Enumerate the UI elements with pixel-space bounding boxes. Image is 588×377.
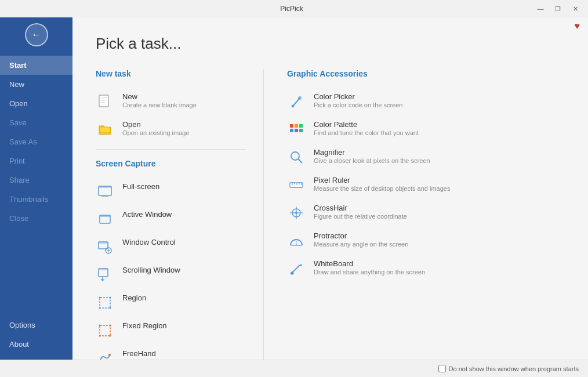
graphic-accessories-title: Graphic Accessories (287, 69, 565, 78)
freehand-icon (96, 349, 114, 360)
task-crosshair[interactable]: CrossHair Figure out the relative coordi… (287, 199, 565, 227)
fixed-region-icon (96, 321, 114, 340)
color-picker-icon (287, 92, 306, 111)
task-active-window[interactable]: Active Window (96, 205, 246, 233)
svg-point-26 (110, 335, 111, 337)
protractor-icon (287, 231, 306, 250)
svg-rect-32 (290, 124, 293, 128)
task-color-palette[interactable]: Color Palette Find and tune the color th… (287, 115, 565, 143)
task-new-image[interactable]: New Create a new blank image (96, 88, 246, 115)
task-pixel-ruler[interactable]: Pixel Ruler Measure the size of desktop … (287, 171, 565, 199)
freehand-label: FreeHand (122, 349, 156, 358)
no-show-checkbox-label[interactable]: Do not show this window when program sta… (438, 365, 579, 372)
right-column: Graphic Accessories Color Picker Pick a … (264, 69, 565, 360)
task-whiteboard[interactable]: WhiteBoard Draw and share anything on th… (287, 255, 565, 282)
svg-point-27 (108, 354, 111, 356)
svg-rect-2 (101, 100, 107, 101)
screen-capture-title: Screen Capture (96, 159, 246, 168)
svg-rect-33 (295, 124, 298, 128)
color-picker-desc: Pick a color code on the screen (314, 102, 402, 108)
new-image-desc: Create a new blank image (122, 102, 197, 108)
task-fullscreen[interactable]: Full-screen (96, 177, 246, 205)
svg-rect-17 (100, 298, 110, 308)
open-image-desc: Open an existing image (122, 129, 190, 136)
sidebar-item-about[interactable]: About (0, 335, 72, 354)
svg-point-20 (99, 307, 101, 309)
pixel-ruler-label: Pixel Ruler (314, 176, 450, 184)
new-image-icon (96, 92, 114, 111)
task-fixed-region[interactable]: Fixed Region (96, 317, 246, 345)
heart-icon: ♥ (575, 21, 580, 31)
svg-rect-5 (99, 186, 111, 188)
scrolling-window-label: Scrolling Window (122, 266, 180, 274)
svg-point-25 (99, 335, 101, 337)
crosshair-label: CrossHair (314, 204, 407, 212)
minimize-button[interactable]: — (532, 3, 549, 14)
region-label: Region (122, 293, 146, 302)
svg-rect-35 (290, 129, 293, 132)
svg-point-19 (110, 297, 111, 299)
svg-point-24 (110, 325, 111, 327)
svg-rect-8 (100, 215, 110, 217)
svg-rect-36 (295, 129, 298, 132)
task-freehand[interactable]: FreeHand (96, 345, 246, 360)
task-open-image[interactable]: Open Open an existing image (96, 115, 246, 143)
back-button[interactable]: ← (25, 23, 48, 46)
svg-point-18 (99, 297, 101, 299)
svg-rect-6 (101, 196, 108, 197)
fullscreen-icon (96, 182, 114, 201)
fixed-region-label: Fixed Region (122, 321, 167, 330)
sidebar-item-options[interactable]: Options (0, 316, 72, 335)
no-show-checkbox[interactable] (438, 365, 446, 372)
app-title: PicPick (51, 5, 532, 13)
sidebar-item-save: Save (0, 113, 72, 132)
svg-rect-1 (101, 97, 107, 99)
magnifier-icon (287, 148, 306, 166)
whiteboard-desc: Draw and share anything on the screen (314, 269, 425, 276)
app-body: ← Start New Open Save Save As Print Shar… (0, 17, 588, 360)
close-button[interactable]: ✕ (567, 3, 583, 14)
svg-rect-22 (100, 325, 110, 336)
region-icon (96, 293, 114, 312)
left-column: New task New Create a new blank image (96, 69, 264, 360)
sidebar-item-print: Print (0, 151, 72, 171)
fullscreen-label: Full-screen (122, 182, 159, 191)
svg-rect-34 (299, 124, 303, 128)
protractor-desc: Measure any angle on the screen (314, 241, 408, 248)
task-window-control[interactable]: Window Control (96, 233, 246, 261)
svg-rect-37 (299, 129, 303, 132)
color-palette-icon (287, 120, 306, 139)
task-magnifier[interactable]: Magnifier Give a closer look at pixels o… (287, 143, 565, 171)
svg-point-31 (298, 96, 302, 100)
task-color-picker[interactable]: Color Picker Pick a color code on the sc… (287, 88, 565, 115)
color-palette-label: Color Palette (314, 120, 419, 129)
sidebar-item-thumbnails: Thumbnails (0, 190, 72, 209)
sidebar-item-new[interactable]: New (0, 75, 72, 94)
svg-rect-0 (99, 95, 108, 107)
titlebar: PicPick — ❐ ✕ (0, 0, 588, 17)
svg-point-38 (291, 152, 299, 160)
task-region[interactable]: Region (96, 289, 246, 317)
sidebar-item-start[interactable]: Start (0, 56, 72, 75)
sidebar-item-save-as: Save As (0, 132, 72, 151)
active-window-label: Active Window (122, 210, 172, 219)
crosshair-desc: Figure out the relative coordinate (314, 213, 407, 220)
crosshair-icon (287, 204, 306, 222)
bottom-bar: Do not show this window when program sta… (0, 360, 588, 377)
svg-rect-15 (99, 269, 108, 270)
open-image-icon (96, 120, 114, 139)
sidebar: ← Start New Open Save Save As Print Shar… (0, 17, 72, 360)
content-area: ♥ Pick a task... New task (72, 17, 588, 360)
scrolling-window-icon (96, 266, 114, 284)
pixel-ruler-icon (287, 176, 306, 194)
active-window-icon (96, 210, 114, 229)
sidebar-item-open[interactable]: Open (0, 94, 72, 113)
whiteboard-label: WhiteBoard (314, 259, 425, 268)
svg-point-21 (110, 307, 111, 309)
svg-rect-10 (99, 242, 108, 244)
task-protractor[interactable]: Protractor Measure any angle on the scre… (287, 227, 565, 255)
maximize-button[interactable]: ❐ (550, 3, 566, 14)
section-divider (96, 149, 246, 150)
new-image-label: New (122, 92, 197, 101)
task-scrolling-window[interactable]: Scrolling Window (96, 261, 246, 289)
